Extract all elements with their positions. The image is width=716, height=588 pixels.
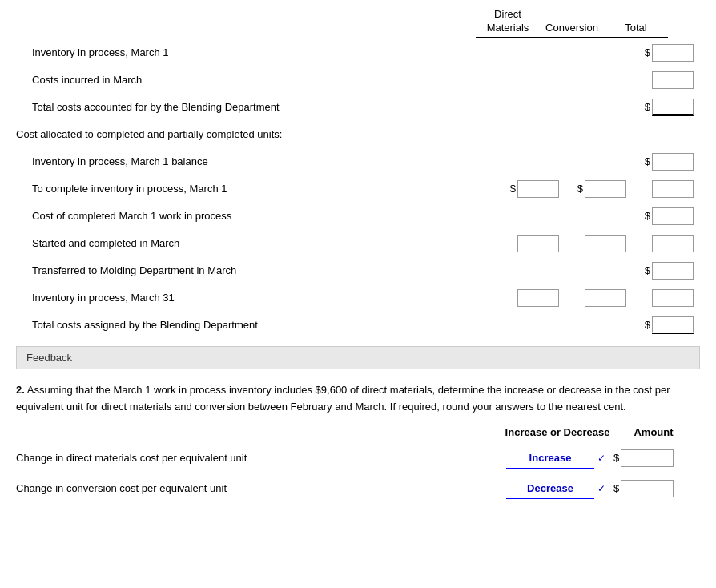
started-completed-conv-input[interactable] [585, 235, 626, 252]
direct-materials-header: DirectMaterials [476, 8, 540, 38]
total-cell: $ [630, 262, 694, 280]
total-assigned-input[interactable] [652, 316, 694, 334]
feedback-box: Feedback [16, 346, 700, 369]
transferred-total-input[interactable] [652, 262, 694, 280]
q2-amount-conv: $ [613, 480, 694, 497]
dollar-sign: $ [645, 46, 650, 58]
dollar-sign: $ [645, 319, 650, 331]
table-row: Inventory in process, March 1 balance $ [16, 151, 700, 173]
q2-cells-conversion: Increase Decrease $ [506, 478, 700, 499]
row-label-inventory-march1: Inventory in process, March 1 [16, 46, 495, 58]
row-label-cost-completed: Cost of completed March 1 work in proces… [16, 210, 495, 222]
total-cell: $ [630, 99, 694, 116]
dm-cell: $ [495, 180, 559, 198]
dollar-sign: $ [645, 210, 650, 222]
row-label-costs-incurred: Costs incurred in March [16, 74, 495, 86]
increase-decrease-dropdown-dm[interactable]: Increase Decrease [506, 448, 594, 469]
table-row: Total costs assigned by the Blending Dep… [16, 314, 700, 336]
conv-cell [562, 235, 626, 252]
dm-cell [495, 289, 559, 307]
row-label-march1-balance: Inventory in process, March 1 balance [16, 155, 495, 167]
increase-or-decrease-header: Increase or Decrease [501, 425, 613, 441]
started-completed-dm-input[interactable] [517, 235, 559, 252]
question-text: 2. Assuming that the March 1 work in pro… [16, 382, 700, 416]
table-row: To complete inventory in process, March … [16, 178, 700, 200]
question-body: Assuming that the March 1 work in proces… [16, 384, 670, 413]
dollar-sign: $ [645, 101, 650, 113]
row-label-started-completed: Started and completed in March [16, 237, 495, 249]
total-header: Total [604, 22, 668, 38]
inventory-march1-total-input[interactable] [652, 44, 694, 62]
cost-completed-total-input[interactable] [652, 207, 694, 225]
inventory-march31-total-input[interactable] [652, 289, 694, 307]
table-row: Started and completed in March [16, 232, 700, 255]
main-container: DirectMaterials Conversion Total Invento… [0, 0, 716, 515]
table-row: Costs incurred in March [16, 69, 700, 91]
table-row: Cost of completed March 1 work in proces… [16, 205, 700, 228]
total-cell: $ [630, 207, 694, 225]
inventory-march31-conv-input[interactable] [585, 289, 626, 307]
total-cell: $ [630, 153, 694, 171]
q2-column-headers: Increase or Decrease Amount [16, 425, 700, 441]
feedback-label: Feedback [26, 352, 72, 364]
march1-balance-total-input[interactable] [652, 153, 694, 171]
started-completed-total-input[interactable] [652, 235, 694, 252]
total-cell [630, 180, 694, 198]
row-label-to-complete: To complete inventory in process, March … [16, 183, 495, 195]
q2-label-direct-materials: Change in direct materials cost per equi… [16, 450, 506, 467]
total-cell [630, 289, 694, 307]
q2-dropdown-wrapper-conv: Increase Decrease [506, 478, 610, 499]
inventory-march31-dm-input[interactable] [517, 289, 559, 307]
table-row: Total costs accounted for by the Blendin… [16, 96, 700, 119]
q2-label-conversion: Change in conversion cost per equivalent… [16, 481, 506, 497]
total-cell: $ [630, 44, 694, 62]
q2-amount-dm-input[interactable] [621, 449, 674, 467]
row-label-cost-allocated: Cost allocated to completed and partiall… [16, 128, 495, 140]
amount-header: Amount [613, 425, 694, 441]
row-label-transferred: Transferred to Molding Department in Mar… [16, 264, 495, 276]
to-complete-dm-input[interactable] [517, 180, 559, 198]
costs-incurred-total-input[interactable] [652, 71, 694, 89]
increase-decrease-dropdown-conv[interactable]: Increase Decrease [506, 478, 594, 499]
q2-amount-dm: $ [613, 449, 694, 467]
row-label-inventory-march31: Inventory in process, March 31 [16, 292, 495, 304]
dm-cell [495, 235, 559, 252]
conversion-header: Conversion [540, 22, 604, 38]
q2-row-direct-materials: Change in direct materials cost per equi… [16, 446, 700, 470]
question-2-section: 2. Assuming that the March 1 work in pro… [16, 382, 700, 501]
q2-row-conversion: Change in conversion cost per equivalent… [16, 477, 700, 501]
dollar-sign: $ [645, 264, 650, 276]
q2-amount-conv-input[interactable] [621, 480, 674, 497]
total-cell [630, 235, 694, 252]
row-label-total-assigned: Total costs assigned by the Blending Dep… [16, 319, 495, 331]
to-complete-conv-input[interactable] [585, 180, 626, 198]
to-complete-total-input[interactable] [652, 180, 694, 198]
q2-cells-direct-materials: Increase Decrease $ [506, 448, 700, 469]
question-number: 2. [16, 384, 25, 396]
q2-dropdown-wrapper-dm: Increase Decrease [506, 448, 610, 469]
table-row: Inventory in process, March 1 $ [16, 42, 700, 64]
dollar-sign-q2-conv: $ [613, 481, 619, 497]
total-cell: $ [630, 316, 694, 334]
table-row: Transferred to Molding Department in Mar… [16, 260, 700, 282]
table-row: Inventory in process, March 31 [16, 287, 700, 309]
table-row: Cost allocated to completed and partiall… [16, 123, 700, 146]
row-label-total-costs: Total costs accounted for by the Blendin… [16, 101, 495, 113]
dollar-sign: $ [577, 183, 583, 195]
dollar-sign-q2-dm: $ [613, 450, 619, 467]
total-cell [630, 71, 694, 89]
dollar-sign: $ [645, 155, 650, 167]
conv-cell: $ [562, 180, 626, 198]
cost-table: Inventory in process, March 1 $ Costs in… [16, 42, 700, 336]
column-headers: DirectMaterials Conversion Total [16, 8, 700, 38]
conv-cell [562, 289, 626, 307]
total-costs-input[interactable] [652, 99, 694, 116]
dollar-sign: $ [510, 183, 516, 195]
